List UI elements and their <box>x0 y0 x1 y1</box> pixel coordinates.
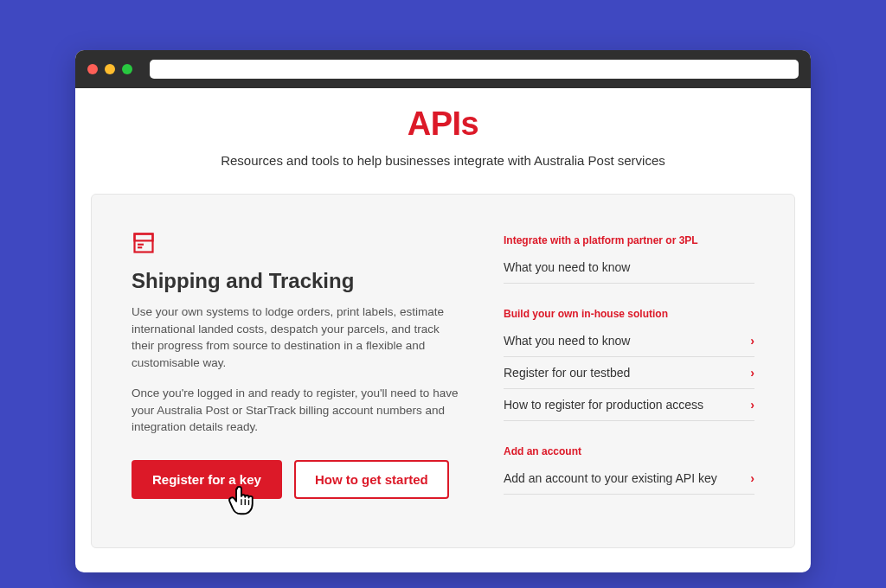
card-paragraph-1: Use your own systems to lodge orders, pr… <box>132 304 460 371</box>
how-to-get-started-button[interactable]: How to get started <box>294 460 449 499</box>
browser-window: APIs Resources and tools to help busines… <box>75 50 811 572</box>
svg-rect-1 <box>135 234 153 241</box>
link-label: Register for our testbed <box>504 366 630 380</box>
link-label: Add an account to your existing API key <box>504 471 717 485</box>
link-register-testbed[interactable]: Register for our testbed › <box>504 357 754 389</box>
package-icon <box>132 231 156 255</box>
browser-titlebar <box>75 50 811 88</box>
chevron-right-icon: › <box>750 471 754 485</box>
card-left-column: Shipping and Tracking Use your own syste… <box>132 231 460 499</box>
register-key-button[interactable]: Register for a key <box>132 460 282 499</box>
card-paragraph-2: Once you're logged in and ready to regis… <box>132 385 460 436</box>
link-inhouse-what-you-need[interactable]: What you need to know › <box>504 325 754 357</box>
group-label-inhouse: Build your own in-house solution <box>504 308 754 320</box>
page-title: APIs <box>91 105 795 143</box>
close-icon[interactable] <box>87 64 98 74</box>
link-label: What you need to know <box>504 334 630 348</box>
group-label-add-account: Add an account <box>504 445 754 457</box>
group-label-platform-partner: Integrate with a platform partner or 3PL <box>504 234 754 246</box>
page-viewport: APIs Resources and tools to help busines… <box>75 88 811 572</box>
minimize-icon[interactable] <box>105 64 115 74</box>
link-label: What you need to know <box>504 260 630 274</box>
maximize-icon[interactable] <box>122 64 132 74</box>
link-platform-what-you-need[interactable]: What you need to know › <box>504 252 754 284</box>
shipping-tracking-card: Shipping and Tracking Use your own syste… <box>91 194 795 548</box>
url-bar[interactable] <box>150 60 799 79</box>
card-heading: Shipping and Tracking <box>132 269 460 293</box>
chevron-right-icon: › <box>750 334 754 348</box>
button-row: Register for a key How to get started <box>132 460 460 499</box>
chevron-right-icon: › <box>750 398 754 412</box>
svg-rect-0 <box>135 234 153 252</box>
link-label: How to register for production access <box>504 398 703 412</box>
link-register-production[interactable]: How to register for production access › <box>504 389 754 421</box>
page-subtitle: Resources and tools to help businesses i… <box>91 153 795 168</box>
link-add-account[interactable]: Add an account to your existing API key … <box>504 463 754 495</box>
card-right-column: Integrate with a platform partner or 3PL… <box>504 231 754 499</box>
chevron-right-icon: › <box>750 366 754 380</box>
